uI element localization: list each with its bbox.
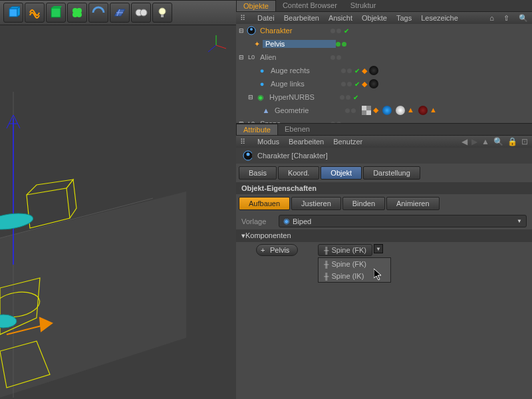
tree-label[interactable]: Auge links — [268, 80, 341, 88]
tab-objects[interactable]: Objekte — [236, 0, 276, 11]
nav-home-icon[interactable]: 🔍 — [493, 137, 503, 146]
expander-icon[interactable]: ⊟ — [239, 27, 245, 34]
tab-content-browser[interactable]: Content Browser — [276, 0, 344, 11]
menu-bookmarks[interactable]: Lesezeiche — [421, 14, 458, 22]
tree-row-pelvis[interactable]: ✦ Pelvis — [236, 37, 532, 51]
null-icon: ✦ — [252, 39, 261, 49]
tree-label[interactable]: Geometrie — [272, 106, 345, 114]
dropdown-option-ik[interactable]: ╫ Spine (IK) — [319, 270, 390, 282]
tag-icon[interactable]: ◆ — [362, 80, 367, 88]
tree-row-eye-right[interactable]: ● Auge rechts ✔ ◆ — [236, 64, 532, 77]
up-arrow-icon[interactable]: ⇧ — [503, 14, 509, 23]
generator-tool[interactable] — [67, 3, 87, 23]
material-tag-icon[interactable] — [369, 79, 378, 88]
material-tag-icon[interactable] — [396, 106, 405, 115]
section-object-properties: Objekt-Eigenschaften — [236, 182, 532, 194]
search-icon[interactable]: 🔍 — [519, 14, 528, 23]
btn-bind[interactable]: Binden — [342, 197, 385, 210]
texture-tag-icon[interactable] — [362, 106, 371, 115]
axes-indicator-icon — [203, 32, 229, 59]
menu-icon[interactable]: ⠿ — [240, 14, 248, 22]
btn-display[interactable]: Darstellung — [363, 166, 420, 180]
character-icon — [247, 26, 256, 35]
viewport-3d[interactable] — [0, 25, 236, 399]
tag-icon[interactable]: ▲ — [407, 106, 414, 115]
home-icon[interactable]: ⌂ — [489, 14, 494, 22]
camera-tool[interactable] — [131, 3, 151, 23]
tag-icon[interactable]: ▲ — [430, 106, 437, 115]
menu-file[interactable]: Datei — [257, 14, 275, 22]
light-tool[interactable] — [152, 3, 172, 23]
btn-basis[interactable]: Basis — [239, 166, 277, 180]
character-icon — [243, 151, 252, 160]
nav-lock-icon[interactable]: 🔒 — [507, 137, 517, 146]
menu-user[interactable]: Benutzer — [333, 138, 362, 146]
tree-label[interactable]: HyperNURBS — [267, 93, 340, 101]
btn-coord[interactable]: Koord. — [278, 166, 319, 180]
nav-new-icon[interactable]: ⊡ — [521, 137, 528, 146]
environment-tool[interactable] — [46, 3, 66, 23]
tree-label[interactable]: Alien — [257, 53, 331, 61]
nav-up-icon[interactable]: ▲ — [481, 137, 489, 146]
tree-label[interactable]: Charakter — [257, 27, 331, 35]
dropdown-arrow[interactable]: ▼ — [374, 244, 383, 253]
template-dropdown[interactable]: ◉ Biped ▼ — [279, 215, 527, 227]
floor-icon — [113, 6, 126, 19]
material-tag-icon[interactable] — [418, 106, 428, 115]
components-section[interactable]: ▾Komponenten — [236, 229, 532, 242]
tree-label[interactable]: Auge rechts — [268, 66, 341, 74]
spine-icon: ╫ — [324, 273, 329, 280]
menu-objects[interactable]: Objekte — [362, 14, 387, 22]
btn-animate[interactable]: Animieren — [386, 197, 440, 210]
svg-point-10 — [159, 8, 166, 15]
menu-edit[interactable]: Bearbeiten — [289, 138, 324, 146]
deformer-tool[interactable] — [25, 3, 45, 23]
spine-dropdown[interactable]: ╫ Spine (FK) — [318, 244, 372, 256]
attribute-tabs: Attribute Ebenen — [236, 124, 532, 136]
btn-object[interactable]: Objekt — [321, 166, 362, 180]
nav-back-icon[interactable]: ◀ — [462, 137, 467, 146]
menu-tags[interactable]: Tags — [396, 14, 412, 22]
tag-icon[interactable]: ◆ — [362, 66, 367, 75]
nav-forward-icon[interactable]: ▶ — [471, 137, 477, 146]
tree-row-geometry[interactable]: ▲ Geometrie ◆ ▲ ▲ — [236, 104, 532, 117]
template-label: Vorlage — [241, 217, 275, 225]
floor-tool[interactable] — [110, 3, 130, 23]
check-icon[interactable]: ✔ — [344, 27, 349, 35]
svg-rect-11 — [161, 15, 164, 17]
material-tag-icon[interactable] — [382, 106, 392, 115]
menu-edit[interactable]: Bearbeiten — [284, 14, 319, 22]
cube-tool[interactable] — [3, 3, 23, 23]
tab-attributes[interactable]: Attribute — [236, 124, 278, 135]
spline-tool[interactable] — [88, 3, 108, 23]
menu-mode[interactable]: Modus — [257, 138, 279, 146]
component-pelvis-pill[interactable]: Pelvis — [256, 244, 298, 256]
tree-row-character[interactable]: ⊟ Charakter ✔ — [236, 24, 532, 37]
tree-row-scene[interactable]: ⊞ L0 Szene — [236, 117, 532, 124]
spine-icon: ╫ — [324, 247, 329, 254]
dropdown-menu: ╫ Spine (FK) ╫ Spine (IK) — [318, 257, 391, 283]
component-row: Pelvis ╫ Spine (FK) ▼ ╫ Spine (FK) ╫ — [236, 242, 532, 258]
environment-icon — [49, 6, 63, 19]
tab-structure[interactable]: Struktur — [344, 0, 383, 11]
tree-row-hypernurbs[interactable]: ⊟ ◉ HyperNURBS ✔ — [236, 90, 532, 104]
attribute-menubar: ⠿ Modus Bearbeiten Benutzer ◀ ▶ ▲ 🔍 🔒 ⊡ — [236, 136, 532, 148]
tag-icon[interactable]: ◆ — [373, 106, 378, 115]
menu-icon[interactable]: ⠿ — [240, 138, 248, 146]
object-tree[interactable]: ⊟ Charakter ✔ ✦ Pelvis ⊟ L0 Alien ● Auge… — [236, 24, 532, 124]
dropdown-value: Spine (FK) — [331, 246, 366, 254]
hypernurbs-icon: ◉ — [256, 92, 265, 102]
expander-icon[interactable]: ⊟ — [239, 54, 245, 61]
dropdown-option-fk[interactable]: ╫ Spine (FK) — [319, 258, 390, 270]
sphere-icon: ● — [257, 79, 267, 88]
btn-adjust[interactable]: Justieren — [291, 197, 341, 210]
btn-build[interactable]: Aufbauen — [239, 197, 290, 210]
expander-icon[interactable]: ⊟ — [248, 94, 255, 100]
tab-layers[interactable]: Ebenen — [278, 124, 317, 135]
tree-row-alien[interactable]: ⊟ L0 Alien — [236, 51, 532, 64]
polygon-icon: ▲ — [261, 106, 271, 115]
menu-view[interactable]: Ansicht — [329, 14, 352, 22]
tree-label[interactable]: Pelvis — [263, 40, 336, 48]
tree-row-eye-left[interactable]: ● Auge links ✔ ◆ — [236, 77, 532, 90]
material-tag-icon[interactable] — [369, 66, 378, 75]
